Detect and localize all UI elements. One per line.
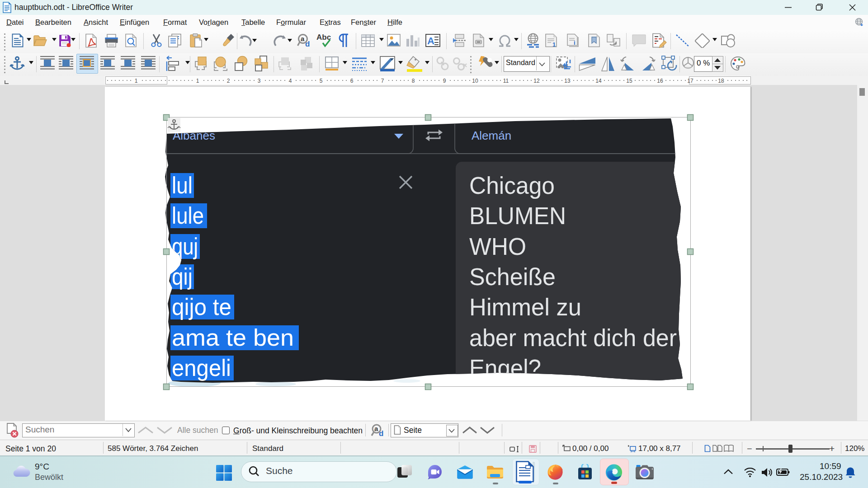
svg-text:Himmel zu: Himmel zu xyxy=(469,293,581,320)
svg-text:qijo te: qijo te xyxy=(172,294,231,320)
svg-text:Engel?: Engel? xyxy=(469,354,541,381)
svg-text:d: d xyxy=(379,429,383,438)
svg-text:Scheiße: Scheiße xyxy=(469,263,556,290)
svg-text:quj: quj xyxy=(172,233,198,259)
svg-text:a: a xyxy=(374,425,378,432)
svg-text:aber macht dich der: aber macht dich der xyxy=(469,324,677,351)
svg-text:engeli: engeli xyxy=(172,355,231,381)
svg-text:a: a xyxy=(301,35,305,42)
svg-text:lule: lule xyxy=(172,202,204,229)
svg-text:ama te ben: ama te ben xyxy=(172,324,294,351)
svg-text:1: 1 xyxy=(552,41,556,47)
svg-text:qij: qij xyxy=(172,263,193,290)
svg-text:i: i xyxy=(574,39,576,46)
svg-text:lul: lul xyxy=(172,172,193,198)
svg-text:Alemán: Alemán xyxy=(472,129,511,142)
svg-text:A: A xyxy=(427,35,434,47)
svg-text:BLUMEN: BLUMEN xyxy=(469,202,566,229)
svg-text:Chicago: Chicago xyxy=(469,172,555,199)
svg-text:WHO: WHO xyxy=(469,233,526,260)
svg-text:d: d xyxy=(305,40,310,48)
